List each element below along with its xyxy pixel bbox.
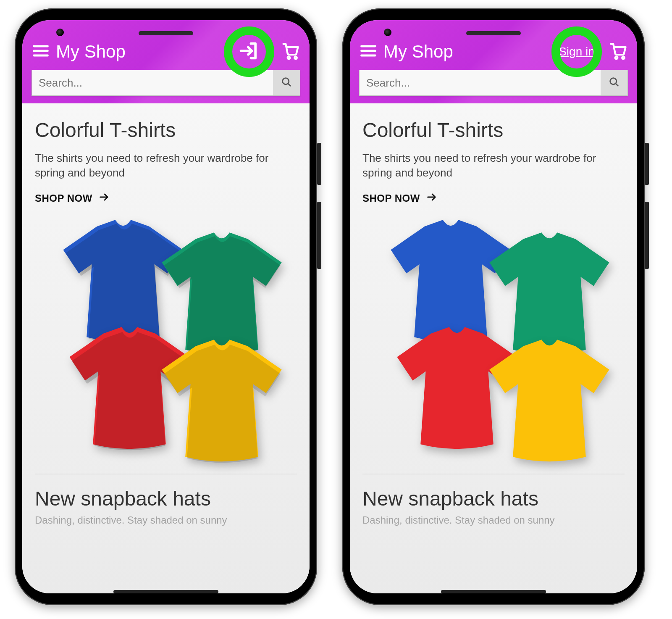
second-hero-subtitle: Dashing, distinctive. Stay shaded on sun… <box>35 514 297 527</box>
shop-now-button[interactable]: SHOP NOW <box>362 191 625 205</box>
phone-notch <box>139 31 193 35</box>
hero-title: Colorful T-shirts <box>362 119 625 142</box>
phone-screen: My Shop <box>22 20 310 593</box>
app-title: My Shop <box>383 42 546 62</box>
phone-speaker <box>113 590 218 593</box>
signin-cta[interactable]: Sign in <box>551 26 602 77</box>
search-button[interactable] <box>601 70 627 95</box>
svg-point-11 <box>615 57 618 59</box>
shop-now-label: SHOP NOW <box>362 192 420 204</box>
phone-side-button <box>645 202 649 269</box>
second-hero-title: New snapback hats <box>362 487 625 510</box>
phone-camera <box>384 29 391 36</box>
highlight-ring <box>551 26 602 77</box>
svg-line-6 <box>288 84 291 86</box>
second-hero-subtitle: Dashing, distinctive. Stay shaded on sun… <box>362 514 625 527</box>
second-hero: New snapback hats Dashing, distinctive. … <box>35 474 297 527</box>
hero-subtitle: The shirts you need to refresh your ward… <box>362 151 625 180</box>
signin-cta[interactable] <box>224 26 274 77</box>
second-hero-title: New snapback hats <box>35 487 297 510</box>
phone-side-button <box>317 143 321 185</box>
hero-subtitle: The shirts you need to refresh your ward… <box>35 151 297 180</box>
phone-notch <box>466 31 521 35</box>
svg-point-4 <box>294 57 297 59</box>
shop-now-label: SHOP NOW <box>35 192 92 204</box>
shop-now-button[interactable]: SHOP NOW <box>35 191 297 205</box>
search-button[interactable] <box>273 70 300 95</box>
hamburger-icon[interactable] <box>359 42 378 62</box>
app-title: My Shop <box>56 42 218 62</box>
search-icon <box>281 76 292 90</box>
phone-mockup-left: My Shop <box>15 8 317 605</box>
tshirt-yellow <box>484 336 614 466</box>
search-icon <box>608 76 620 90</box>
phone-camera <box>56 29 64 36</box>
second-hero: New snapback hats Dashing, distinctive. … <box>362 474 625 527</box>
main-content: Colorful T-shirts The shirts you need to… <box>22 103 310 593</box>
svg-point-3 <box>288 57 290 59</box>
cart-icon[interactable] <box>609 42 628 62</box>
arrow-right-icon <box>426 191 438 205</box>
phone-screen: My Shop Sign in <box>350 20 637 593</box>
hero-title: Colorful T-shirts <box>35 119 297 142</box>
main-content: Colorful T-shirts The shirts you need to… <box>350 103 637 593</box>
phone-side-button <box>317 202 321 269</box>
product-image <box>35 210 297 466</box>
phone-mockup-right: My Shop Sign in <box>342 8 645 605</box>
svg-point-12 <box>622 57 625 59</box>
svg-line-14 <box>616 84 618 86</box>
cart-icon[interactable] <box>282 42 300 62</box>
product-image <box>362 210 625 466</box>
arrow-right-icon <box>98 191 110 205</box>
tshirt-yellow <box>157 336 287 466</box>
highlight-ring <box>224 26 274 77</box>
phone-speaker <box>441 590 546 593</box>
hamburger-icon[interactable] <box>32 42 50 62</box>
phone-side-button <box>645 143 649 185</box>
